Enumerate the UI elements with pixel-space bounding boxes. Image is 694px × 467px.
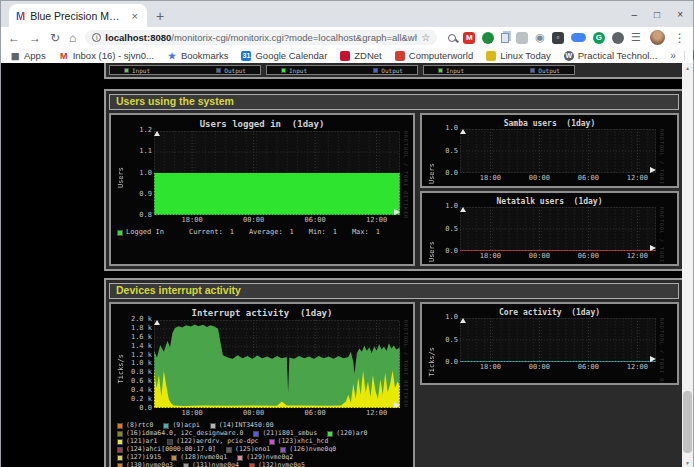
graph-netatalk[interactable]: Netatalk users (1day)Users1.00.50.018:00… [420,191,679,266]
bookmark-item[interactable]: 31Google Calendar [241,50,327,61]
bookmark-icon: 31 [241,51,251,61]
y-tick-label: 2.0 k [127,316,152,323]
bookmark-item[interactable]: ▦Apps [10,50,46,61]
card-extension-icon[interactable] [516,32,528,44]
legend-item: (9)acpi [163,422,199,429]
cutoff-graph-box[interactable]: Input Output [109,65,261,75]
stat-pair: Current:1 [189,229,234,236]
pages-extension-icon[interactable] [501,33,509,43]
scrollbar-thumb[interactable] [683,391,692,453]
screenshot-extension-icon[interactable]: ▫ [552,32,564,44]
legend-label: (126)nvme0q0 [289,446,336,453]
graph-body: Ticks/s2.0 k1.8 k1.6 k1.4 k1.2 k1.0 k0.8… [117,320,407,417]
grammar-extension-icon[interactable]: G [593,32,605,44]
x-tick-label: 18:00 [480,363,501,371]
plot-wrap: 18:0000:0006:0012:00 [154,131,400,224]
graph-interrupt[interactable]: Interrupt activity (1day)Ticks/s2.0 k1.8… [109,302,415,467]
site-info-icon[interactable]: i [92,33,101,42]
home-icon[interactable]: ⌂ [69,32,76,44]
x-tick-label: 00:00 [243,216,264,224]
legend-item: (126)nvme0q0 [280,446,336,453]
right-column: Samba users (1day)Users1.00.50.018:0000:… [420,113,679,266]
legend-item: (120)ar0 [327,430,367,437]
legend-label: (123)xhci_hcd [278,438,329,445]
mail-extension-icon[interactable]: M [463,32,475,44]
stat-label: Max: [352,229,369,236]
bookmark-item[interactable]: ★Bookmarks [167,50,229,61]
y-tick-labels: 1.21.11.00.90.8 [127,127,152,219]
y-axis-label: Ticks/s [117,354,125,384]
legend-item: (125)eno1 [226,446,270,453]
legend-label: (127)i915 [126,454,161,461]
y-axis-label: Users [117,167,125,188]
capsule-extension-icon[interactable] [571,33,586,42]
back-icon[interactable]: ← [8,32,20,44]
x-tick-label: 12:00 [627,363,648,371]
mask-extension-icon[interactable]: ◉ [535,31,545,44]
y-tick-label: 0.5 [438,337,458,344]
bookmark-icon [395,51,405,61]
bookmark-item[interactable]: Computerworld [395,50,473,61]
pin-extension-icon[interactable] [612,32,624,44]
cutoff-graph-box[interactable]: Input Output [266,65,418,75]
scrollbar[interactable]: ▲ ▼ [682,63,693,467]
y-axis-label: Ticks/s [428,347,436,377]
monitorix-column: Input Output Input Output Input Output U… [104,63,684,467]
address-bar[interactable]: i localhost:8080/monitorix-cgi/monitorix… [85,30,437,45]
legend-item: (127)i915 [117,454,161,461]
stat-pair: Max:1 [352,229,380,236]
graph-title: Users logged in (1day) [117,119,407,129]
bookmark-item[interactable]: WPractical Technol... [564,50,658,61]
legend-item: (131)nvme0q4 [183,462,239,467]
x-tick-label: 12:00 [366,409,387,417]
x-tick-label: 00:00 [529,252,550,260]
legend-swatch [530,68,535,73]
graph-core[interactable]: Core activity (1day)Ticks/s1.00.50.018:0… [420,302,679,385]
list-extension-icon[interactable]: ☰ [631,31,641,44]
forward-icon[interactable]: → [29,32,41,44]
green-extension-icon[interactable] [482,32,494,44]
window-close-button[interactable]: × [677,9,683,20]
divider [684,51,685,61]
scrollbar-down-icon[interactable]: ▼ [682,458,693,467]
reload-icon[interactable]: ↻ [50,32,60,44]
legend-item: (21)i801_smbus [253,430,317,437]
bookmark-item[interactable]: ZDNet [340,50,381,61]
graph-body: Users1.21.11.00.90.818:0000:0006:0012:00… [117,131,407,224]
legend-swatch [117,447,123,453]
cutoff-graph-box[interactable]: Input Output [423,65,575,75]
profile-avatar[interactable] [650,30,665,45]
y-tick-labels: 2.0 k1.8 k1.6 k1.4 k1.2 k1.0 k0.8 k0.6 k… [127,316,152,412]
legend-label: (122)aerdrv, pcie-dpc [176,438,258,445]
bookmark-item[interactable]: MInbox (16) - sjvn0... [59,50,154,61]
tab-close-icon[interactable]: × [130,10,140,22]
window-minimize-button[interactable]: – [632,9,638,20]
new-tab-button[interactable]: + [156,9,164,23]
legend-swatch [249,463,255,467]
bookmark-item[interactable]: Linux Today [486,50,551,61]
window-maximize-button[interactable]: □ [654,9,660,20]
bookmark-items: ▦AppsMInbox (16) - sjvn0...★Bookmarks31G… [10,50,657,61]
bookmarks-overflow-icon[interactable]: » [670,50,676,61]
rrdtool-watermark: RRDTOOL / TOBI OETIKER [403,131,409,219]
legend-swatch [280,447,286,453]
x-tick-label: 06:00 [578,363,599,371]
browser-tab[interactable]: M Blue Precision Monitorix × [9,4,147,27]
legend-swatch [171,455,177,461]
y-tick-label: 0.0 [438,170,458,177]
x-tick-labels: 18:0000:0006:0012:00 [460,362,656,371]
legend-item: Output [373,67,403,74]
bookmark-star-icon[interactable]: ☆ [421,32,430,43]
plot-area [460,129,656,173]
graph-users[interactable]: Users logged in (1day)Users1.21.11.00.90… [109,113,415,266]
search-extension-icon[interactable] [448,34,456,42]
legend-label: Output [224,67,246,74]
x-tick-labels: 18:0000:0006:0012:00 [460,173,656,182]
section-body: Interrupt activity (1day)Ticks/s2.0 k1.8… [109,302,679,467]
browser-menu-icon[interactable]: ⋮ [674,31,686,45]
legend-label: Input [289,67,307,74]
graph-samba[interactable]: Samba users (1day)Users1.00.50.018:0000:… [420,113,679,188]
scrollbar-up-icon[interactable]: ▲ [682,63,693,73]
legend-label: Input [132,67,150,74]
bookmark-label: Bookmarks [181,50,229,61]
